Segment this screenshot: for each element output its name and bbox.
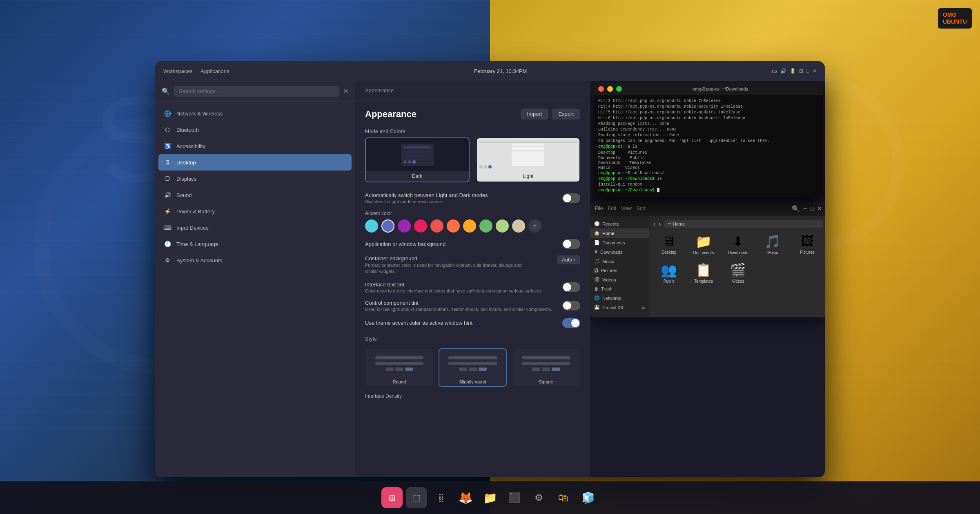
app-bg-row: Application or window background <box>355 236 590 252</box>
fm-downloads-item[interactable]: ⬇ Downloads <box>590 247 649 257</box>
fm-back-button[interactable]: ‹ <box>653 220 655 228</box>
fm-pictures-icon: 🖼 <box>594 268 599 273</box>
taskbar-apps[interactable]: ⣿ <box>430 487 452 508</box>
fm-pictures-file[interactable]: 🖼 Pictures <box>791 232 823 257</box>
fm-videos-file[interactable]: 🎬 Videos <box>722 260 754 286</box>
fm-trash-item[interactable]: 🗑 Trash <box>590 284 649 293</box>
sidebar-item-accessibility[interactable]: ♿ Accessibility <box>155 138 355 154</box>
fm-file-menu[interactable]: File <box>595 206 603 211</box>
close-icon[interactable]: ✕ <box>343 87 348 95</box>
fm-music-file-icon: 🎵 <box>764 234 781 249</box>
fm-music-file[interactable]: 🎵 Music <box>757 232 788 257</box>
sidebar-item-sound[interactable]: 🔊 Sound <box>155 187 355 203</box>
terminal-min-button[interactable] <box>607 86 613 92</box>
accent-label: Accent color <box>365 210 580 216</box>
fm-desktop-file[interactable]: 🖥 Desktop <box>653 232 685 257</box>
fm-videos-item[interactable]: 🎬 Videos <box>590 275 649 284</box>
fm-minimize-icon[interactable]: ─ <box>803 205 807 212</box>
window-hint-toggle[interactable] <box>562 318 580 328</box>
settings-content: Appearance Appearance Import Export Mode… <box>355 81 590 477</box>
fm-documents-icon: 📄 <box>594 240 600 245</box>
power-icon: ⚡ <box>163 207 172 215</box>
file-manager-window[interactable]: File Edit View Sort 🔍 ─ □ ✕ <box>590 201 825 317</box>
accent-pink[interactable] <box>414 219 427 233</box>
accent-lime[interactable] <box>496 219 509 233</box>
desktop-icon: 🖥 <box>163 158 172 166</box>
taskbar-files[interactable]: 📁 <box>479 487 501 508</box>
style-cards: Round Slightly rou <box>365 348 580 387</box>
accent-red[interactable] <box>430 219 443 233</box>
import-button[interactable]: Import <box>521 109 549 120</box>
sidebar-item-time[interactable]: 🕐 Time & Language <box>155 236 355 252</box>
taskbar-firefox[interactable]: 🦊 <box>455 487 476 508</box>
export-button[interactable]: Export <box>552 109 580 120</box>
light-mode-card[interactable]: Light <box>476 137 581 182</box>
fm-restore-icon[interactable]: □ <box>811 205 814 212</box>
breadcrumb-parent[interactable]: Appearance <box>365 87 394 93</box>
accent-tan[interactable] <box>512 219 525 233</box>
accent-orange[interactable] <box>447 219 460 233</box>
fm-networks-item[interactable]: 🌐 Networks <box>590 293 649 303</box>
sidebar-item-bluetooth[interactable]: ⬡ Bluetooth <box>155 122 355 138</box>
fm-pictures-item[interactable]: 🖼 Pictures <box>590 266 649 275</box>
applications-tab[interactable]: Applications <box>200 68 229 74</box>
fm-public-file[interactable]: 👥 Public <box>653 260 685 286</box>
fm-edit-menu[interactable]: Edit <box>608 206 616 211</box>
dark-mode-card[interactable]: Dark <box>365 137 470 182</box>
accent-purple[interactable] <box>398 219 411 233</box>
terminal-window[interactable]: omg@pop-os: ~/Downloads Hit:3 http://apt… <box>594 83 823 197</box>
accent-amber[interactable] <box>463 219 476 233</box>
settings-search-input[interactable] <box>174 86 339 97</box>
fm-home-item[interactable]: 🏠 Home <box>590 228 649 238</box>
workspaces-tab[interactable]: Workspaces <box>163 68 192 74</box>
taskbar-store[interactable]: 🛍 <box>553 487 574 508</box>
fm-forward-button[interactable]: › <box>659 220 661 228</box>
sidebar-item-input[interactable]: ⌨ Input Devices <box>155 219 355 236</box>
sidebar-item-network[interactable]: 🌐 Network & Wireless <box>155 105 355 122</box>
settings-nav: 🌐 Network & Wireless ⬡ Bluetooth ♿ Acces… <box>155 102 355 477</box>
auto-switch-toggle[interactable] <box>562 193 580 203</box>
taskbar-workspaces[interactable]: ⬚ <box>406 487 427 508</box>
fm-videos-label: Videos <box>732 279 744 284</box>
taskbar-launcher[interactable]: ⊞ <box>381 487 403 508</box>
accent-cyan[interactable] <box>365 219 378 233</box>
sidebar-item-power[interactable]: ⚡ Power & Battery <box>155 203 355 219</box>
fm-documents-file[interactable]: 📁 Documents <box>688 232 719 257</box>
terminal-body[interactable]: Hit:3 http://apt.pop-os.org/ubuntu noble… <box>594 95 823 197</box>
terminal-close-button[interactable] <box>598 86 604 92</box>
fm-close-icon[interactable]: ✕ <box>817 205 822 212</box>
fm-downloads-file[interactable]: ⬇ Downloads <box>722 232 754 257</box>
control-tint-toggle[interactable] <box>562 301 580 310</box>
mode-colors-section-title: Mode and Colors <box>355 124 590 137</box>
taskbar-terminal[interactable]: ⬛ <box>504 487 525 508</box>
app-bg-toggle[interactable] <box>562 239 580 249</box>
fm-view-menu[interactable]: View <box>621 206 632 211</box>
round-style-card[interactable]: Round <box>365 348 434 387</box>
terminal-max-button[interactable] <box>616 86 622 92</box>
fm-music-item[interactable]: 🎵 Music <box>590 257 649 266</box>
sidebar-item-desktop[interactable]: 🖥 Desktop <box>158 154 352 171</box>
fm-sort-menu[interactable]: Sort <box>637 206 646 211</box>
settings-icon: ⚙ <box>535 492 543 503</box>
sidebar-item-displays[interactable]: 🖵 Displays <box>155 171 355 187</box>
firefox-icon: 🦊 <box>459 491 473 505</box>
fm-search-icon[interactable]: 🔍 <box>792 205 800 213</box>
accent-add-button[interactable]: + <box>528 219 541 233</box>
accent-green[interactable] <box>479 219 492 233</box>
system-indicators: us 🔊 🔋 ⊟ □ ✕ <box>772 68 817 74</box>
fm-templates-file[interactable]: 📋 Templates <box>688 260 719 286</box>
interface-tint-desc: Color used to derive interface text colo… <box>365 288 543 293</box>
mode-cards: Dark <box>355 137 590 189</box>
container-auto-button[interactable]: Auto › <box>557 255 580 264</box>
fm-recents-item[interactable]: 🕐 Recents <box>590 219 649 228</box>
interface-tint-toggle[interactable] <box>562 282 580 292</box>
square-style-card[interactable]: Square <box>512 348 580 387</box>
sidebar-item-system[interactable]: ⚙ System & Accounts <box>155 252 355 268</box>
taskbar-settings[interactable]: ⚙ <box>528 487 550 508</box>
taskbar-popsicle[interactable]: 🧊 <box>577 487 599 508</box>
control-tint-row: Control component tint Used for backgrou… <box>355 297 590 315</box>
fm-crucial-item[interactable]: 💾 Crucial X8 ⏏ <box>590 303 649 312</box>
accent-blue[interactable] <box>381 219 394 233</box>
slightly-round-style-card[interactable]: Slightly round <box>439 348 507 387</box>
fm-documents-item[interactable]: 📄 Documents <box>590 238 649 247</box>
